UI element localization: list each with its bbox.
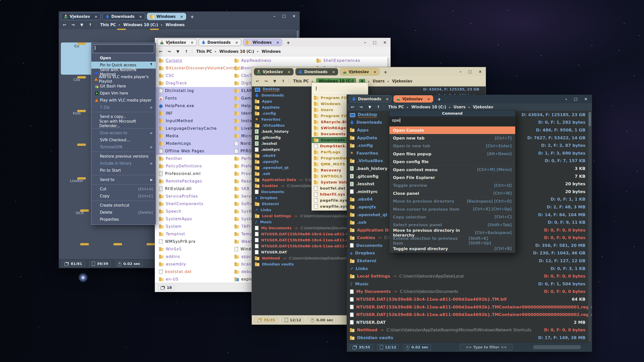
file-row[interactable]: INF — [155, 110, 231, 117]
file-row-nethood[interactable]: NetHood->C:\Users\Vjekoslav\AppData\Roam… — [347, 326, 592, 334]
file-row[interactable]: RtlExUpd.dll — [155, 185, 231, 193]
tab-vjekoslav[interactable]: Vjekoslav× — [61, 13, 101, 20]
window-close-button[interactable]: × — [292, 14, 296, 18]
file-row[interactable]: addins — [155, 253, 231, 260]
close-icon[interactable]: × — [95, 15, 98, 19]
window-maximize-button[interactable]: □ — [574, 97, 577, 101]
folder-tile-cbs[interactable]: Cbs — [61, 76, 93, 108]
file-row[interactable]: Fonts — [155, 95, 231, 102]
breadcrumb-this-pc[interactable]: This PC — [388, 105, 404, 109]
menu-item-delete[interactable]: Delete[Delete] — [91, 209, 156, 216]
file-row[interactable]: System — [155, 223, 231, 230]
file-row[interactable]: DiagTrack — [155, 79, 231, 87]
file-row[interactable]: bootstat.dat — [155, 268, 231, 276]
tab-vjekoslav[interactable]: Vjekoslav× — [254, 68, 294, 75]
folder-tile-firm[interactable]: Firm — [61, 110, 93, 142]
new-tab-button[interactable]: + — [435, 97, 444, 102]
file-row[interactable]: RemotePackages — [155, 177, 231, 185]
file-row[interactable]: ServiceProfiles — [155, 193, 231, 200]
scroll-indicator[interactable] — [533, 345, 581, 349]
tab-windows[interactable]: Windows× — [243, 39, 282, 46]
breadcrumb-windows-10-c[interactable]: Windows 10 (C:) — [219, 49, 254, 54]
file-row[interactable]: ModemLogs — [155, 140, 231, 147]
window-minimize-button[interactable]: – — [460, 69, 462, 74]
forward-icon[interactable]: ↪ — [168, 49, 171, 54]
menu-item-properties[interactable]: Properties — [91, 216, 156, 223]
breadcrumb-users[interactable]: Users — [373, 79, 385, 83]
window-close-button[interactable]: × — [478, 69, 482, 74]
file-row[interactable]: WinSxS — [155, 245, 231, 253]
palette-item-extend-selection-to-previous-item[interactable]: Extend selection to previous item[Shift+… — [389, 237, 515, 245]
file-row[interactable]: SystemApps — [155, 215, 231, 223]
breadcrumb-this-pc[interactable]: This PC — [196, 49, 212, 54]
file-row[interactable]: BitLockerDiscoveryVolumeContents — [155, 64, 231, 72]
file-row[interactable]: Cursors — [155, 57, 231, 64]
menu-item-scan-with-microsoft-defender[interactable]: Scan with Microsoft Defender... — [91, 120, 156, 127]
file-row[interactable]: TempInst — [155, 230, 231, 238]
up-icon[interactable]: ↑ — [377, 105, 380, 109]
menu-item-add-to-vlc-media-player-s-playlist[interactable]: Add to VLC media player's Playlist — [91, 76, 156, 83]
new-tab-button[interactable]: + — [284, 40, 293, 45]
dropdown-filter-input[interactable] — [314, 85, 366, 93]
close-icon[interactable]: × — [427, 97, 430, 101]
breadcrumb-users[interactable]: Users — [454, 105, 466, 109]
forward-icon[interactable]: ↪ — [265, 79, 268, 83]
palette-item-move-cursor-to-previous-item[interactable]: Move cursor to previous item[Ctrl+K] [Ct… — [389, 205, 515, 213]
close-icon[interactable]: × — [276, 40, 279, 44]
menu-item-tortoisesvn[interactable]: TortoiseSVN▶ — [91, 144, 156, 151]
folder-tile-liveker[interactable]: LiveKer — [61, 177, 93, 209]
up-icon[interactable]: ↑ — [185, 49, 188, 54]
menu-item-copy[interactable]: Copy[Ctrl+C] — [91, 193, 156, 200]
close-icon[interactable]: × — [139, 15, 142, 19]
tab-vjekoslav[interactable]: Vjekoslav× — [393, 95, 433, 103]
close-icon[interactable]: × — [235, 40, 238, 44]
palette-search-input[interactable]: ope — [389, 116, 515, 126]
file-row-ntuser-dat-53b39e88-18c4-11ea-a811-000d3aa4692b-tmcontainer00000000000000000002-regtrans-ms[interactable]: NTUSER.DAT{53b39e88-18c4-11ea-a811-000d3… — [347, 311, 592, 319]
folder-tile[interactable] — [97, 243, 129, 259]
palette-item-open-file-explorer[interactable]: Open File Explorer — [389, 174, 515, 182]
menu-item-play-with-vlc-media-player[interactable]: Play with VLC media player — [91, 97, 156, 104]
menu-item-git-bash-here[interactable]: Git Bash Here — [91, 83, 156, 90]
window-maximize-button[interactable]: □ — [468, 69, 472, 74]
menu-item-cut[interactable]: Cut[Ctrl+X] — [91, 186, 156, 193]
type-to-filter-button[interactable]: >> Type to filter << — [460, 344, 512, 350]
file-row[interactable]: Panther — [155, 155, 231, 162]
palette-item-open-config-file[interactable]: Open config file — [389, 158, 515, 166]
folder-tile[interactable] — [64, 243, 96, 259]
tab-windows[interactable]: Windows× — [147, 13, 186, 20]
palette-item-toggle-expand-directory[interactable]: Toggle expand directory[Ctrl+B] — [389, 245, 515, 253]
breadcrumb-vjekoslav[interactable]: Vjekoslav — [392, 79, 412, 83]
close-icon[interactable]: × — [386, 97, 389, 101]
menu-item-restore-previous-versions[interactable]: Restore previous versions — [91, 153, 156, 160]
file-row[interactable]: AppReadiness — [231, 57, 313, 64]
breadcrumb-this-pc[interactable]: This PC — [100, 23, 116, 27]
file-row[interactable]: PolicyDefinitions — [155, 162, 231, 170]
palette-item-open-in-new-tab[interactable]: Open in new tab[Ctrl+Enter] — [389, 142, 515, 150]
menu-item-give-access-to[interactable]: Give access to▶ — [91, 129, 156, 137]
close-icon[interactable]: × — [191, 40, 194, 44]
back-icon[interactable]: ↩ — [63, 23, 66, 27]
tab-downloads[interactable]: Downloads× — [198, 39, 241, 46]
forward-icon[interactable]: ↪ — [360, 105, 363, 109]
palette-item-open-console[interactable]: Open Console — [389, 126, 515, 134]
folder-tile-cu[interactable]: Cu — [61, 42, 93, 75]
file-row[interactable]: CSC — [155, 72, 231, 79]
breadcrumb-vjekoslav[interactable]: Vjekoslav — [473, 105, 493, 109]
tab-vjekoslav[interactable]: Vjekoslav× — [157, 39, 197, 46]
close-icon[interactable]: × — [180, 15, 183, 19]
file-row-ntuser-dat[interactable]: NTUSER.DAT2 MB — [347, 319, 592, 326]
new-tab-button[interactable]: + — [381, 70, 390, 75]
palette-item-open-new-tab[interactable]: Open new tab[Ctrl+T] — [389, 134, 515, 142]
palette-item-copy-selection[interactable]: Copy selection[Ctrl+C] — [389, 213, 515, 221]
file-row[interactable]: Speech — [155, 208, 231, 215]
window-close-button[interactable]: × — [383, 40, 386, 45]
file-row[interactable]: ShellComponents — [155, 200, 231, 208]
window-close-button[interactable]: × — [584, 97, 587, 101]
window-minimize-button[interactable]: – — [364, 40, 366, 45]
file-row[interactable]: InputMethod — [155, 117, 231, 125]
back-icon[interactable]: ↩ — [256, 79, 259, 83]
file-row[interactable]: DtcInstall.log — [155, 87, 231, 95]
menu-item-7-zip[interactable]: 7-Zip▶ — [91, 104, 156, 111]
close-icon[interactable]: × — [374, 70, 377, 74]
history-icon[interactable]: ▼ — [176, 49, 179, 54]
